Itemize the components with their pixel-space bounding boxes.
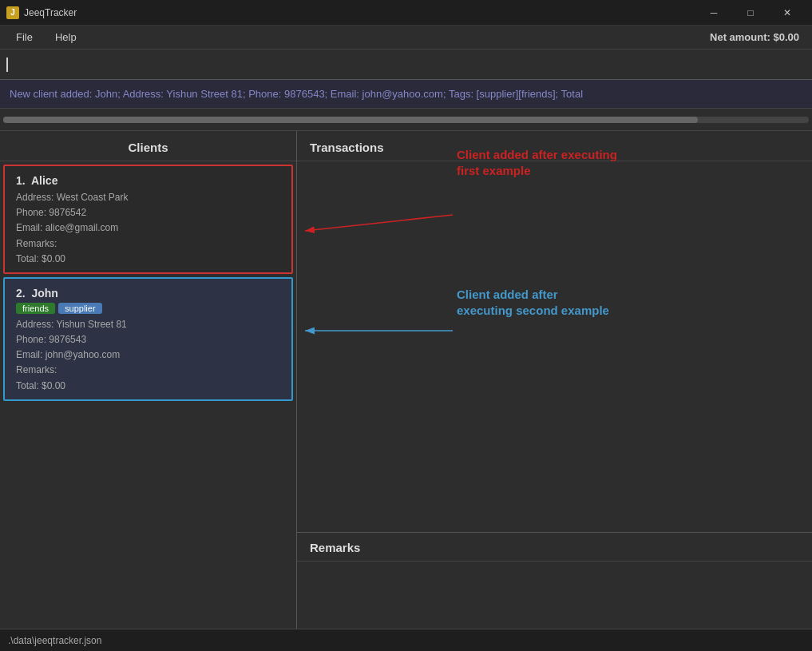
transactions-header: Transactions: [297, 131, 812, 161]
file-menu[interactable]: File: [6, 28, 42, 46]
client-remarks-alice: Remarks:: [16, 236, 280, 252]
help-menu[interactable]: Help: [46, 28, 86, 46]
client-tags-john: friends supplier: [16, 303, 280, 314]
tag-supplier: supplier: [58, 303, 102, 314]
scrollbar-area: [0, 109, 812, 131]
notification-bar: New client added: John; Address: Yishun …: [0, 80, 812, 109]
client-email-alice: Email: alice@gmail.com: [16, 220, 280, 236]
net-amount: Net amount: $0.00: [710, 31, 806, 43]
close-button[interactable]: ✕: [769, 0, 806, 26]
window-controls: ─ □ ✕: [695, 0, 806, 26]
main-content: Clients 1. Alice Address: West Coast Par…: [0, 131, 812, 629]
scrollbar-thumb[interactable]: [3, 117, 698, 123]
client-remarks-john: Remarks:: [16, 363, 280, 378]
client-name-john: 2. John: [16, 287, 280, 300]
remarks-header: Remarks: [297, 533, 812, 562]
clients-list: 1. Alice Address: West Coast Park Phone:…: [0, 161, 296, 629]
client-total-alice: Total: $0.00: [16, 253, 280, 264]
client-address-alice: Address: West Coast Park: [16, 190, 280, 205]
remarks-section: Remarks: [297, 533, 812, 629]
annotation-second-example: Client added after executing second exam…: [457, 287, 609, 318]
clients-panel: Clients 1. Alice Address: West Coast Par…: [0, 131, 297, 629]
client-card-alice[interactable]: 1. Alice Address: West Coast Park Phone:…: [3, 165, 293, 274]
status-bar: .\data\jeeqtracker.json: [0, 629, 812, 651]
client-name-alice: 1. Alice: [16, 174, 280, 187]
title-bar: J JeeqTracker ─ □ ✕: [0, 0, 812, 26]
tag-friends: friends: [16, 303, 55, 314]
client-address-john: Address: Yishun Street 81: [16, 317, 280, 332]
app-title: JeeqTracker: [24, 7, 77, 18]
status-path: .\data\jeeqtracker.json: [8, 635, 101, 646]
maximize-button[interactable]: □: [732, 0, 769, 26]
title-bar-left: J JeeqTracker: [6, 6, 77, 19]
minimize-button[interactable]: ─: [695, 0, 732, 26]
client-phone-alice: Phone: 9876542: [16, 205, 280, 220]
notification-text: New client added: John; Address: Yishun …: [10, 88, 583, 100]
transactions-section: Transactions Client added after executin…: [297, 131, 812, 533]
command-area: [0, 50, 812, 80]
client-email-john: Email: john@yahoo.com: [16, 347, 280, 363]
menu-bar: File Help Net amount: $0.00: [0, 26, 812, 50]
client-total-john: Total: $0.00: [16, 380, 280, 391]
clients-header: Clients: [0, 131, 296, 161]
command-input[interactable]: [8, 58, 806, 70]
client-phone-john: Phone: 9876543: [16, 332, 280, 347]
svg-line-1: [305, 215, 453, 231]
arrow-second-example: [297, 303, 521, 351]
app-icon: J: [6, 6, 19, 19]
scrollbar-track[interactable]: [3, 117, 809, 123]
client-card-john[interactable]: 2. John friends supplier Address: Yishun…: [3, 277, 293, 401]
right-panel: Transactions Client added after executin…: [297, 131, 812, 629]
arrow-first-example: [297, 171, 521, 235]
menu-items: File Help: [6, 28, 86, 46]
